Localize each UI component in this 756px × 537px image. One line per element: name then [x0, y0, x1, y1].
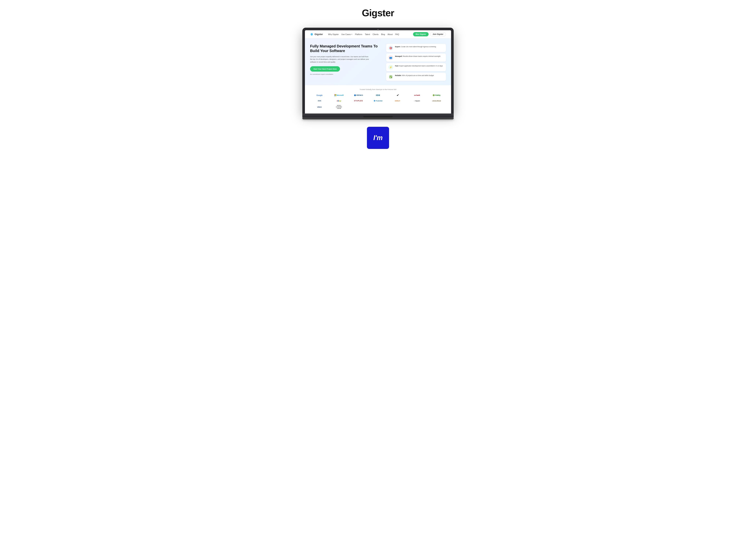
logo-usbank: us bank: [408, 94, 427, 97]
logo-grid: Google Microsoft 🔵 PEPSICO: [310, 93, 446, 110]
logo-nike: ✔: [388, 93, 407, 98]
feature-expert: 🎯 Expert: Curate 10x more talent through…: [386, 44, 446, 52]
nav-use-cases[interactable]: Use Cases ▼: [341, 33, 352, 35]
hero-features: 🎯 Expert: Curate 10x more talent through…: [386, 44, 446, 81]
logo-usaa: USAA: [310, 105, 329, 109]
hire-gigster-button[interactable]: Hire Gigster: [413, 32, 428, 36]
laptop-notch: [377, 29, 379, 30]
logo-aaa: AAA: [310, 99, 329, 103]
use-cases-chevron: ▼: [351, 34, 353, 35]
nav-clients[interactable]: Clients: [373, 33, 379, 35]
nav-blog[interactable]: Blog: [381, 33, 385, 35]
nav-talent[interactable]: Talent: [365, 33, 370, 35]
hero-title: Fully Managed Development Teams To Build…: [310, 44, 382, 53]
logo-ibm: IBM: [369, 93, 387, 97]
site-nav: Gigster Why Gigster Use Cases ▼ Platform…: [305, 30, 451, 38]
feature-managed: 👥 Managed: Results-driven dream teams re…: [386, 54, 446, 62]
logo-microsoft: Microsoft: [330, 94, 349, 97]
ms-icon: [334, 94, 336, 96]
reliable-text: Reliable: 95% of projects are on time an…: [395, 74, 434, 77]
laptop-mockup: Gigster Why Gigster Use Cases ▼ Platform…: [302, 28, 454, 119]
logo-liberty: Liberty Mutual: [427, 99, 446, 103]
laptop-base: [302, 113, 454, 117]
expert-text: Expert: Curate 10x more talent through r…: [395, 46, 436, 48]
hero-note: No commitment expert consultation: [310, 73, 382, 75]
hero-section: Fully Managed Development Teams To Build…: [305, 38, 451, 85]
nav-faq[interactable]: FAQ: [395, 33, 399, 35]
logo-text: Gigster: [315, 33, 323, 36]
fast-icon: ⚡: [388, 65, 393, 69]
hero-subtitle: Get your next project expertly delivered…: [310, 55, 369, 63]
join-gigster-button[interactable]: Join Gigster: [430, 32, 446, 36]
logo-google: Google: [310, 94, 329, 97]
nav-links: Why Gigster Use Cases ▼ Platform Talent …: [328, 33, 410, 35]
feature-fast: ⚡ Fast: Expert application development t…: [386, 63, 446, 71]
trust-section: Trusted Globally from StartUps to the Fo…: [305, 85, 451, 113]
laptop-foot: [302, 117, 454, 119]
site-logo: Gigster: [310, 33, 323, 36]
logo-prudential: 🔷 Prudential: [369, 99, 387, 103]
fast-text: Fast: Expert application development tea…: [395, 65, 443, 67]
bottom-badge: I'm: [367, 127, 389, 149]
logo-staples: STAPLES: [349, 99, 368, 103]
logo-harley: HARLEY: [388, 99, 407, 103]
nav-platform[interactable]: Platform: [355, 33, 362, 35]
nav-cta-group: Hire Gigster Join Gigster: [413, 32, 446, 36]
logo-wef: WORLDECONOMICFORUM: [330, 104, 349, 110]
feature-reliable: ✅ Reliable: 95% of projects are on time …: [386, 73, 446, 81]
logo-ebay: ebay: [330, 99, 349, 103]
managed-icon: 👥: [388, 55, 393, 60]
managed-text: Managed: Results-driven dream teams requ…: [395, 55, 441, 58]
start-project-button[interactable]: Start Your Next Project Now: [310, 66, 340, 72]
laptop-screen-inner: Gigster Why Gigster Use Cases ▼ Platform…: [305, 30, 451, 113]
expert-icon: 🎯: [388, 46, 393, 50]
nav-about[interactable]: About: [388, 33, 393, 35]
gigster-logo-icon: [310, 33, 314, 36]
reliable-icon: ✅: [388, 74, 393, 79]
page-title: Gigster: [362, 7, 394, 19]
logo-fidelity: 🟢 Fidelity: [427, 94, 446, 97]
logo-pepsico: 🔵 PEPSICO: [349, 94, 368, 97]
laptop-screen-outer: Gigster Why Gigster Use Cases ▼ Platform…: [302, 28, 454, 113]
trust-title: Trusted Globally from StartUps to the Fo…: [310, 89, 446, 90]
nav-why-gigster[interactable]: Why Gigster: [328, 33, 339, 35]
logo-square: □ Square: [408, 99, 427, 103]
hero-left: Fully Managed Development Teams To Build…: [310, 44, 382, 81]
